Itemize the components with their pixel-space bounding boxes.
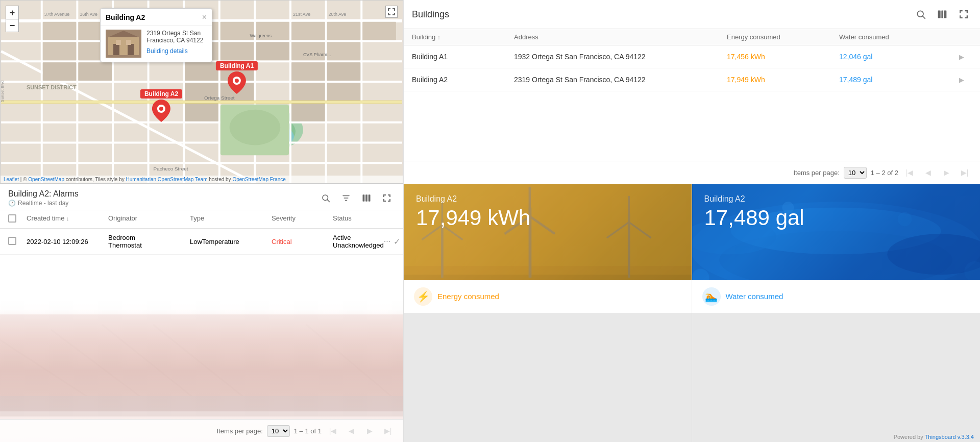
table-row: Building A1 1932 Ortega St San Francisco… bbox=[404, 45, 980, 68]
alarms-content: Building A2: Alarms 🕐 Realtime - last da… bbox=[0, 184, 403, 442]
svg-rect-38 bbox=[220, 42, 254, 61]
water-icon-container: 🏊 bbox=[702, 287, 721, 306]
clock-icon: 🕐 bbox=[8, 200, 16, 207]
alarms-title: Building A2: Alarms bbox=[8, 189, 79, 199]
col-building: Building ↑ bbox=[412, 33, 514, 41]
water-card: Building A2 17,489 gal 🏊 Water consumed bbox=[692, 184, 981, 313]
select-all-checkbox[interactable] bbox=[8, 214, 16, 223]
svg-rect-40 bbox=[291, 42, 325, 61]
table-row: Building A2 2319 Ortega St San Francisco… bbox=[404, 68, 980, 91]
svg-rect-45 bbox=[327, 62, 361, 81]
created-sort-icon: ↓ bbox=[66, 215, 69, 222]
map-controls[interactable]: + − bbox=[6, 6, 19, 32]
columns-alarms-button[interactable] bbox=[358, 190, 375, 206]
fullscreen-buildings-button[interactable] bbox=[955, 6, 972, 22]
energy-gauge-background bbox=[404, 313, 692, 443]
building-image bbox=[106, 30, 141, 58]
osm-link[interactable]: OpenStreetMap bbox=[28, 177, 64, 182]
filter-alarms-button[interactable] bbox=[338, 190, 354, 206]
svg-rect-82 bbox=[944, 11, 946, 18]
next-page-button[interactable]: ▶ bbox=[939, 165, 953, 180]
popup-close-button[interactable]: × bbox=[202, 13, 207, 22]
energy-content: Building A2 17,949 kWh bbox=[404, 184, 692, 280]
columns-button[interactable] bbox=[934, 6, 950, 22]
svg-rect-94 bbox=[369, 194, 371, 202]
hot-link[interactable]: Humanitarian OpenStreetMap Team bbox=[126, 177, 208, 182]
alarms-actions bbox=[317, 190, 395, 206]
first-page-button[interactable]: |◀ bbox=[902, 165, 917, 180]
osm-france-link[interactable]: OpenStreetMap France bbox=[232, 177, 286, 182]
fullscreen-button[interactable] bbox=[385, 6, 398, 18]
alarms-header: Building A2: Alarms 🕐 Realtime - last da… bbox=[0, 184, 403, 210]
popup-info: 2319 Ortega St San Francisco, CA 94122 B… bbox=[146, 30, 207, 55]
energy-footer: ⚡ Energy consumed bbox=[404, 280, 692, 313]
zoom-in-button[interactable]: + bbox=[6, 6, 19, 19]
marker-building-a1[interactable]: Building A1 bbox=[216, 61, 258, 90]
water-building-name: Building A2 bbox=[704, 194, 968, 204]
zoom-out-button[interactable]: − bbox=[6, 19, 19, 32]
col-type: Type bbox=[190, 214, 272, 224]
alarms-table-header: Created time ↓ Originator Type Severity … bbox=[0, 210, 403, 229]
energy-gauge-card: ⚡ 17949 Energy, kWh bbox=[404, 313, 692, 443]
alarms-last-page[interactable]: ▶| bbox=[381, 424, 395, 438]
thingsboard-link[interactable]: Thingsboard v.3.3.4 bbox=[925, 434, 974, 440]
fullscreen-alarms-button[interactable] bbox=[379, 190, 395, 206]
svg-rect-51 bbox=[291, 103, 325, 121]
svg-rect-93 bbox=[365, 194, 368, 202]
row-checkbox[interactable] bbox=[8, 237, 27, 247]
water-metric-value: 17,489 gal bbox=[704, 206, 968, 230]
svg-rect-39 bbox=[256, 42, 289, 61]
buildings-title: Buildings bbox=[412, 9, 449, 20]
col-address: Address bbox=[514, 33, 727, 41]
acknowledge-button[interactable]: ✓ bbox=[394, 237, 400, 247]
prev-page-button[interactable]: ◀ bbox=[921, 165, 935, 180]
building-details-link[interactable]: Building details bbox=[146, 47, 188, 55]
marker-building-a2[interactable]: Building A2 bbox=[140, 89, 182, 118]
buildings-panel: Buildings bbox=[403, 0, 980, 184]
alarms-next-page[interactable]: ▶ bbox=[362, 424, 377, 438]
energy-building-name: Building A2 bbox=[416, 194, 679, 204]
last-page-button[interactable]: ▶| bbox=[958, 165, 972, 180]
energy-value: 17,456 kWh bbox=[727, 53, 839, 61]
alarm-status: Active Unacknowledged bbox=[333, 234, 384, 249]
more-actions-button[interactable]: ··· bbox=[384, 237, 390, 246]
alarms-page-range: 1 – 1 of 1 bbox=[294, 427, 322, 435]
water-footer-label: Water consumed bbox=[726, 292, 783, 301]
svg-point-75 bbox=[235, 79, 239, 83]
svg-rect-42 bbox=[185, 62, 218, 81]
energy-bolt-icon: ⚡ bbox=[417, 290, 430, 303]
svg-rect-35 bbox=[327, 22, 361, 40]
svg-text:Sunset Blvd: Sunset Blvd bbox=[1, 81, 5, 102]
svg-text:CVS Pharm...: CVS Pharm... bbox=[303, 52, 331, 57]
building-name: Building A2 bbox=[412, 76, 514, 84]
svg-text:21st Ave: 21st Ave bbox=[293, 12, 310, 17]
items-per-page-select[interactable]: 10 25 50 bbox=[844, 167, 867, 179]
svg-text:37th Avenue: 37th Avenue bbox=[44, 12, 70, 17]
water-gauge-card: 🏊 17489 Water, gal Powered by Thingsboar… bbox=[692, 313, 981, 443]
row-expand-button[interactable]: ▶ bbox=[951, 53, 972, 61]
building-address: 2319 Ortega St San Francisco, CA 94122 bbox=[514, 76, 727, 84]
alarms-panel: Building A2: Alarms 🕐 Realtime - last da… bbox=[0, 184, 403, 442]
svg-text:Walgreens: Walgreens bbox=[250, 33, 272, 38]
alarms-subtitle: 🕐 Realtime - last day bbox=[8, 200, 79, 207]
svg-point-53 bbox=[230, 110, 280, 145]
svg-text:Ortega Street: Ortega Street bbox=[204, 95, 235, 101]
svg-rect-49 bbox=[327, 83, 361, 101]
alarms-per-page-select[interactable]: 10 25 bbox=[267, 425, 290, 437]
col-water: Water consumed bbox=[839, 33, 951, 41]
search-alarms-button[interactable] bbox=[317, 190, 334, 206]
search-button[interactable] bbox=[913, 6, 929, 22]
marker-a2-label: Building A2 bbox=[140, 89, 182, 99]
row-expand-button[interactable]: ▶ bbox=[951, 76, 972, 84]
popup-title: Building A2 bbox=[106, 13, 145, 21]
alarms-prev-page[interactable]: ◀ bbox=[344, 424, 358, 438]
leaflet-link[interactable]: Leaflet bbox=[4, 177, 19, 182]
col-created-time[interactable]: Created time ↓ bbox=[27, 214, 108, 224]
sort-icon[interactable]: ↑ bbox=[437, 34, 440, 40]
page-range: 1 – 2 of 2 bbox=[871, 169, 898, 177]
svg-rect-81 bbox=[941, 11, 943, 18]
svg-rect-48 bbox=[291, 83, 325, 101]
buildings-table: Building ↑ Address Energy consumed Water… bbox=[404, 29, 980, 95]
alarms-first-page[interactable]: |◀ bbox=[326, 424, 340, 438]
energy-value: 17,949 kWh bbox=[727, 76, 839, 84]
